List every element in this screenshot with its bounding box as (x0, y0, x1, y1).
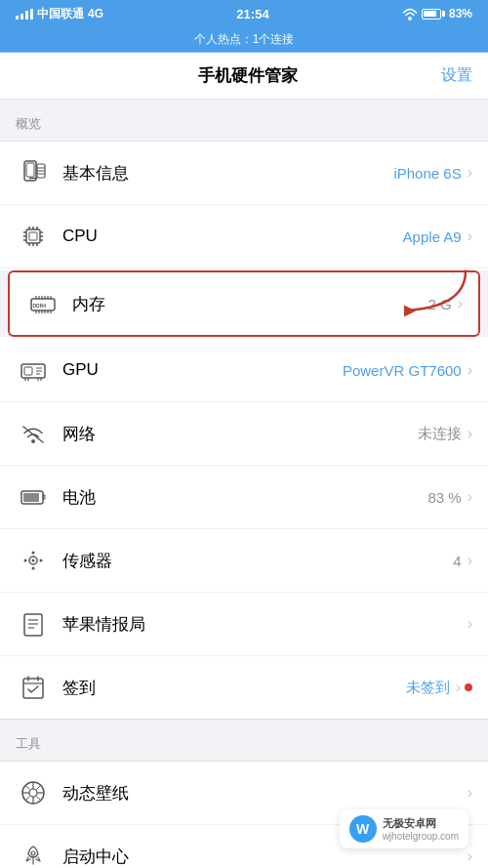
gpu-chevron: › (468, 361, 472, 379)
battery-list-icon (16, 479, 51, 515)
svg-rect-64 (23, 679, 43, 698)
basic-info-value: iPhone 6S (393, 165, 461, 182)
gpu-value: PowerVR GT7600 (343, 362, 462, 379)
cpu-value: Apple A9 (403, 228, 462, 245)
overview-list: 基本信息 iPhone 6S › (0, 141, 488, 720)
svg-rect-8 (26, 229, 40, 243)
watermark-text: 无极安卓网 wjhotelgroup.com (383, 816, 459, 842)
list-item-gpu[interactable]: GPU PowerVR GT7600 › (0, 339, 488, 402)
list-item-basic-info[interactable]: 基本信息 iPhone 6S › (0, 142, 488, 205)
cpu-icon (16, 219, 51, 254)
svg-line-75 (37, 797, 42, 802)
apple-intel-chevron: › (468, 615, 472, 633)
signin-red-dot (465, 683, 472, 691)
basic-info-label: 基本信息 (62, 162, 393, 185)
svg-point-56 (32, 552, 35, 555)
signin-chevron: › (456, 679, 461, 696)
svg-line-77 (25, 797, 30, 802)
wallpaper-chevron: › (468, 784, 472, 802)
memory-chevron: › (458, 295, 463, 312)
svg-point-55 (32, 559, 35, 562)
gpu-label: GPU (62, 360, 343, 380)
list-item-signin[interactable]: 签到 未签到 › (0, 656, 488, 719)
list-item-sensor[interactable]: 传感器 4 › (0, 529, 488, 593)
watermark: W 无极安卓网 wjhotelgroup.com (340, 809, 468, 848)
battery-label: 电池 (62, 486, 427, 509)
list-item-memory[interactable]: DDR4 内存 (8, 270, 480, 337)
hotspot-icon (402, 7, 418, 21)
svg-rect-9 (29, 232, 37, 240)
network-type-label: 4G (88, 7, 103, 21)
cpu-label: CPU (62, 227, 403, 246)
svg-line-74 (25, 785, 30, 790)
svg-point-58 (24, 559, 27, 562)
watermark-line1: 无极安卓网 (383, 816, 459, 831)
status-bar-time: 21:54 (236, 7, 268, 21)
svg-point-78 (31, 851, 35, 855)
sensor-value: 4 (453, 553, 461, 569)
network-chevron: › (468, 425, 472, 442)
list-item-cpu[interactable]: CPU Apple A9 › (0, 205, 488, 269)
section-label-overview: 概览 (0, 100, 488, 141)
svg-rect-2 (26, 163, 34, 177)
page-container: 中国联通 4G 21:54 83% 个人热点：1个连接 手机硬件管家 (0, 0, 488, 868)
battery-value: 83 % (427, 489, 461, 506)
svg-point-69 (29, 789, 37, 797)
battery-status-icon (422, 9, 445, 20)
nav-bar: 手机硬件管家 设置 (0, 53, 488, 100)
network-label: 网络 (62, 423, 418, 445)
section-label-tools: 工具 (0, 720, 488, 761)
svg-text:DDR4: DDR4 (33, 303, 47, 309)
sensor-icon (16, 543, 51, 578)
watermark-logo: W (349, 815, 377, 843)
status-bar: 中国联通 4G 21:54 83% (0, 0, 488, 27)
svg-line-76 (37, 785, 42, 790)
svg-rect-60 (24, 614, 42, 636)
list-item-apple-intel[interactable]: 苹果情报局 › (0, 593, 488, 656)
watermark-line2: wjhotelgroup.com (383, 831, 459, 842)
battery-chevron: › (468, 488, 472, 506)
gpu-icon (16, 352, 51, 388)
phone-icon (16, 155, 51, 190)
signal-bars (16, 9, 33, 20)
sensor-label: 传感器 (62, 550, 453, 572)
hotspot-text: 个人热点：1个连接 (194, 32, 295, 46)
launcher-chevron: › (468, 847, 472, 865)
apple-intel-label: 苹果情报局 (62, 613, 462, 636)
hotspot-bar: 个人热点：1个连接 (0, 27, 488, 53)
cpu-chevron: › (468, 227, 472, 245)
svg-rect-49 (23, 493, 39, 502)
list-item-battery[interactable]: 电池 83 % › (0, 466, 488, 529)
status-bar-right: 83% (402, 7, 472, 21)
wifi-icon (16, 416, 51, 451)
wallpaper-icon (16, 775, 51, 810)
svg-point-46 (31, 439, 35, 443)
network-value: 未连接 (418, 425, 462, 443)
list-item-network[interactable]: 网络 未连接 › (0, 402, 488, 466)
basic-info-chevron: › (468, 164, 472, 182)
watermark-logo-letter: W (356, 821, 369, 837)
svg-point-57 (32, 567, 35, 570)
memory-value: 2 G (427, 296, 451, 312)
ram-icon: DDR4 (25, 286, 61, 321)
page-title: 手机硬件管家 (198, 64, 298, 87)
status-bar-left: 中国联通 4G (16, 6, 103, 22)
checkin-icon (16, 670, 51, 705)
rocket-icon (16, 839, 51, 868)
battery-percent: 83% (449, 7, 472, 21)
settings-button[interactable]: 设置 (441, 65, 472, 86)
svg-point-0 (408, 17, 412, 21)
svg-rect-38 (24, 367, 32, 375)
signin-label: 签到 (62, 677, 406, 699)
carrier-label: 中国联通 (37, 6, 84, 22)
sensor-chevron: › (468, 552, 472, 569)
signin-value: 未签到 (406, 679, 450, 697)
svg-point-59 (40, 559, 43, 562)
wallpaper-label: 动态壁纸 (62, 782, 462, 805)
memory-label: 内存 (72, 293, 427, 315)
report-icon (16, 606, 51, 641)
